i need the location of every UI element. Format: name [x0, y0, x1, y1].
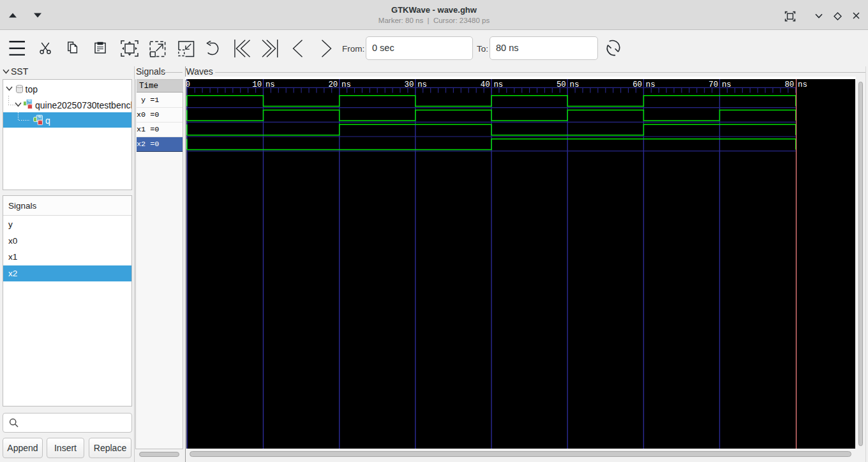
svg-text:ns: ns: [266, 80, 275, 89]
svg-text:ns: ns: [570, 80, 580, 89]
svg-text:ns: ns: [417, 80, 427, 89]
svg-text:10: 10: [252, 80, 262, 89]
svg-text:30: 30: [405, 80, 414, 89]
svg-text:50: 50: [557, 80, 566, 89]
svg-text:70: 70: [708, 80, 718, 89]
svg-text:80: 80: [784, 80, 794, 89]
svg-text:ns: ns: [493, 80, 503, 89]
svg-text:40: 40: [481, 80, 490, 89]
svg-text:ns: ns: [646, 80, 655, 89]
svg-text:20: 20: [328, 80, 338, 89]
svg-text:60: 60: [632, 80, 642, 89]
svg-text:0: 0: [186, 80, 190, 89]
svg-text:ns: ns: [722, 80, 731, 89]
svg-text:ns: ns: [341, 80, 351, 89]
svg-text:ns: ns: [798, 80, 807, 89]
